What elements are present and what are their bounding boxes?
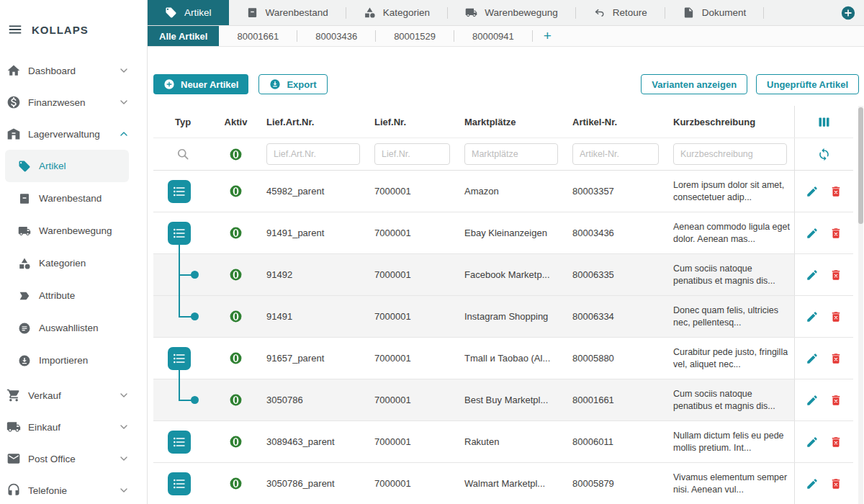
cell-lief_nr: 7000001 (367, 228, 457, 238)
sidebar-item-post-office[interactable]: Post Office (0, 443, 147, 474)
article-tab-alle-artikel[interactable]: Alle Artikel (148, 26, 219, 46)
new-article-button[interactable]: Neuer Artikel (153, 74, 248, 94)
tab-warenbewegung[interactable]: Warenbewegung (448, 0, 575, 25)
filter-cell-artikel_nr (565, 143, 666, 165)
tag-icon (18, 160, 31, 173)
table-scrollbar-thumb[interactable] (858, 107, 863, 224)
edit-icon[interactable] (806, 477, 819, 490)
tab-retoure[interactable]: Retoure (576, 0, 665, 25)
sidebar-item-dashboard[interactable]: Dashboard (0, 55, 147, 86)
cell-aktiv (212, 379, 259, 420)
filter-input-artikel_nr[interactable] (572, 143, 659, 165)
expand-article-button[interactable] (168, 472, 191, 495)
tab-divider (763, 7, 764, 19)
article-tabbar: Alle Artikel8000166180003436800015298000… (148, 26, 864, 47)
columns-icon[interactable] (816, 114, 832, 130)
expand-article-button[interactable] (168, 347, 191, 370)
chevron-down-icon (118, 485, 130, 496)
active-icon (229, 226, 243, 240)
sidebar-item-importieren[interactable]: Importieren (5, 344, 129, 377)
delete-icon[interactable] (829, 436, 842, 449)
article-tab-80000941[interactable]: 80000941 (454, 26, 532, 46)
cell-artikel_nr: 80006011 (565, 436, 666, 447)
delete-icon[interactable] (829, 352, 842, 365)
delete-icon[interactable] (829, 394, 842, 407)
tab-kategorien[interactable]: Kategorien (346, 0, 447, 25)
active-icon[interactable] (229, 148, 243, 161)
edit-icon[interactable] (806, 394, 819, 407)
refresh-icon[interactable] (817, 148, 831, 161)
expand-article-button[interactable] (168, 222, 191, 245)
chevron-down-icon (118, 453, 130, 464)
add-module-tab-button[interactable] (840, 5, 856, 21)
edit-icon[interactable] (806, 269, 819, 282)
sidebar-item-label: Importieren (39, 355, 122, 366)
table-scrollbar (858, 106, 863, 504)
tab-artikel[interactable]: Artikel (148, 0, 229, 25)
delete-icon[interactable] (829, 227, 842, 240)
delete-icon[interactable] (829, 185, 842, 198)
unchecked-articles-label: Ungeprüfte Artikel (767, 79, 848, 90)
article-tab-80003436[interactable]: 80003436 (297, 26, 375, 46)
cell-typ (153, 254, 212, 295)
column-header-aktiv: Aktiv (212, 106, 259, 138)
cell-artikel_nr: 80006335 (565, 269, 666, 280)
sidebar-item-verkauf[interactable]: Verkauf (0, 379, 147, 411)
sidebar-item-artikel[interactable]: Artikel (5, 150, 129, 182)
cell-typ (153, 338, 212, 379)
sidebar-item-kategorien[interactable]: Kategorien (5, 247, 129, 279)
filter-input-kurzbeschreibung[interactable] (673, 143, 787, 165)
tab-warenbestand[interactable]: Warenbestand (229, 0, 346, 25)
expand-article-button[interactable] (168, 180, 191, 203)
sidebar-item-attribute[interactable]: Attribute (5, 279, 129, 312)
edit-icon[interactable] (806, 352, 819, 365)
hamburger-icon[interactable] (7, 22, 23, 37)
cell-aktiv (212, 254, 259, 295)
export-button[interactable]: Export (258, 74, 327, 94)
column-header-artikel_nr: Artikel-Nr. (565, 117, 666, 127)
edit-icon[interactable] (806, 436, 819, 449)
delete-icon[interactable] (829, 269, 842, 282)
edit-icon[interactable] (806, 227, 819, 240)
truck-icon (6, 420, 21, 434)
column-header-typ: Typ (153, 106, 212, 138)
download-circle-icon (269, 78, 281, 90)
sidebar-item-einkauf[interactable]: Einkauf (0, 411, 147, 443)
chevron-up-icon (118, 128, 130, 140)
sidebar: KOLLAPS DashboardFinanzwesenLagerverwalt… (0, 0, 148, 504)
edit-icon[interactable] (806, 185, 819, 198)
add-article-tab-button[interactable]: + (533, 26, 562, 46)
truck-icon (18, 225, 31, 238)
filter-actions (794, 138, 853, 170)
filter-input-lief_art_nr[interactable] (266, 143, 360, 165)
brand-title: KOLLAPS (32, 24, 89, 36)
column-header-label: Aktiv (225, 117, 248, 127)
headset-icon (6, 483, 21, 498)
cell-marktplaetze: Tmall и Taobao (Al... (457, 353, 565, 364)
delete-icon[interactable] (829, 310, 842, 323)
sidebar-item-warenbewegung[interactable]: Warenbewegung (5, 215, 129, 247)
sidebar-item-warenbestand[interactable]: Warenbestand (5, 182, 129, 215)
active-icon (229, 268, 243, 282)
expand-article-button[interactable] (168, 431, 191, 454)
sidebar-item-finanzwesen[interactable]: Finanzwesen (0, 86, 147, 118)
edit-icon[interactable] (806, 310, 819, 323)
filter-input-lief_nr[interactable] (374, 143, 450, 165)
delete-icon[interactable] (829, 477, 842, 490)
import-circle-icon (18, 354, 31, 367)
unchecked-articles-button[interactable]: Ungeprüfte Artikel (756, 74, 859, 94)
sidebar-item-auswahllisten[interactable]: Auswahllisten (5, 312, 129, 344)
cell-lief_nr: 7000001 (367, 353, 457, 364)
show-variants-button[interactable]: Varianten anzeigen (641, 74, 747, 94)
article-tab-80001661[interactable]: 80001661 (219, 26, 297, 46)
cell-typ (153, 463, 212, 504)
truck-icon (465, 6, 477, 19)
tab-dokument[interactable]: Dokument (665, 0, 764, 25)
sidebar-item-lagerverwaltung[interactable]: Lagerverwaltung (0, 118, 147, 150)
sidebar-item-label: Artikel (39, 161, 122, 171)
chevron-down-icon (118, 65, 130, 76)
article-tab-80001529[interactable]: 80001529 (376, 26, 454, 46)
filter-input-marktplaetze[interactable] (464, 143, 558, 165)
sidebar-item-telefonie[interactable]: Telefonie (0, 474, 147, 504)
table-row: 91657_parent7000001Tmall и Taobao (Al...… (153, 338, 853, 379)
